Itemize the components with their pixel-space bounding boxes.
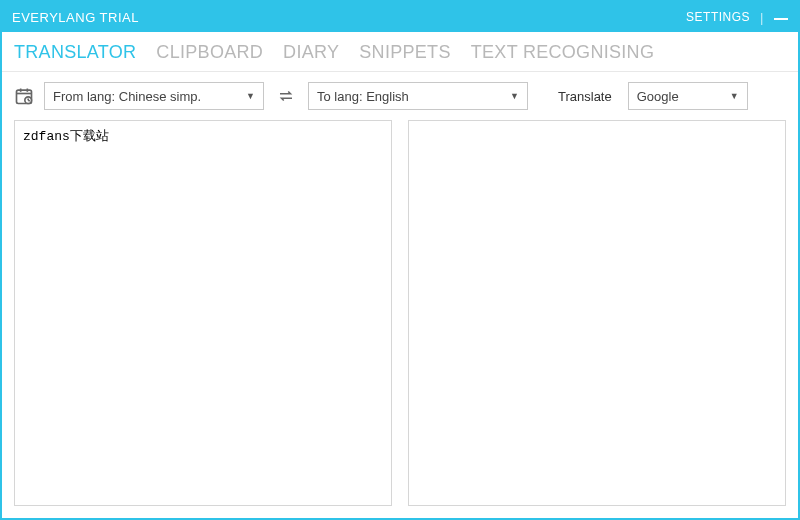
translate-label: Translate [558,89,612,104]
tab-clipboard[interactable]: CLIPBOARD [154,38,265,71]
tab-diary[interactable]: DIARY [281,38,341,71]
tab-bar: TRANSLATOR CLIPBOARD DIARY SNIPPETS TEXT… [2,32,798,72]
minimize-button[interactable] [774,18,788,20]
tab-text-recognising[interactable]: TEXT RECOGNISING [469,38,657,71]
titlebar: EVERYLANG TRIAL SETTINGS | [2,2,798,32]
translated-text-output[interactable] [408,120,786,506]
from-language-value: From lang: Chinese simp. [53,89,201,104]
source-text-input[interactable]: zdfans下载站 [14,120,392,506]
app-window: EVERYLANG TRIAL SETTINGS | TRANSLATOR CL… [0,0,800,520]
tab-translator[interactable]: TRANSLATOR [12,38,138,71]
app-title: EVERYLANG TRIAL [12,10,686,25]
to-language-value: To lang: English [317,89,409,104]
translation-panels: zdfans下载站 [2,120,798,518]
to-language-select[interactable]: To lang: English ▼ [308,82,528,110]
settings-link[interactable]: SETTINGS [686,10,750,24]
svg-line-6 [28,100,30,101]
chevron-down-icon: ▼ [510,91,519,101]
toolbar: From lang: Chinese simp. ▼ To lang: Engl… [2,72,798,120]
calendar-icon[interactable] [14,86,34,106]
tab-snippets[interactable]: SNIPPETS [357,38,452,71]
engine-select[interactable]: Google ▼ [628,82,748,110]
swap-languages-button[interactable] [274,86,298,106]
chevron-down-icon: ▼ [246,91,255,101]
chevron-down-icon: ▼ [730,91,739,101]
titlebar-divider: | [760,10,764,25]
from-language-select[interactable]: From lang: Chinese simp. ▼ [44,82,264,110]
engine-value: Google [637,89,679,104]
